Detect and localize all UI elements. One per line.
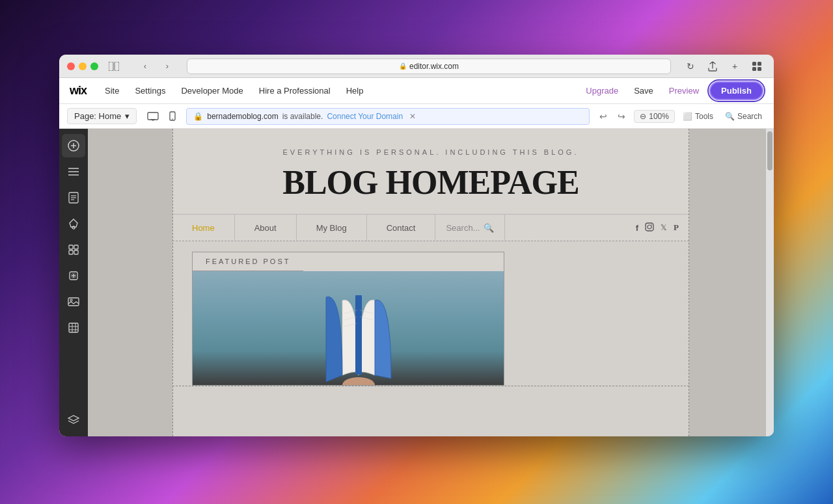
domain-bar-close-button[interactable]: ✕ <box>409 112 416 121</box>
svg-rect-30 <box>69 323 78 332</box>
preview-button[interactable]: Preview <box>664 86 704 96</box>
nav-home[interactable]: Home <box>172 214 235 241</box>
nav-about[interactable]: About <box>235 214 297 241</box>
tabs-button[interactable] <box>748 59 766 73</box>
facebook-icon[interactable]: f <box>636 223 638 233</box>
vertical-scrollbar[interactable] <box>766 129 774 436</box>
nav-search[interactable]: Search... 🔍 <box>435 214 505 241</box>
developer-mode-menu-item[interactable]: Developer Mode <box>173 78 251 104</box>
refresh-button[interactable]: ↻ <box>681 59 700 73</box>
nav-social-icons: f 𝕏 P <box>625 214 689 241</box>
page-selector[interactable]: Page: Home ▾ <box>67 108 137 124</box>
mobile-view-button[interactable] <box>164 108 181 125</box>
page-toolbar: Page: Home ▾ 🔒 bernademoblog.com is <box>59 104 774 129</box>
blog-title: BLOG HOMEPAGE <box>198 164 663 201</box>
address-bar[interactable]: 🔒 editor.wix.com <box>187 59 671 74</box>
domain-icon: 🔒 <box>193 112 203 121</box>
zoom-level: 100% <box>649 112 669 121</box>
share-button[interactable] <box>703 59 722 73</box>
search-placeholder: Search... <box>446 223 480 233</box>
svg-rect-4 <box>752 67 756 71</box>
svg-rect-24 <box>69 250 73 254</box>
featured-post-box: FEATURED POST <box>192 252 504 386</box>
desktop-view-button[interactable] <box>144 108 161 125</box>
table-button[interactable] <box>62 316 85 339</box>
layers-button[interactable] <box>62 408 85 431</box>
chevron-down-icon: ▾ <box>125 111 130 121</box>
settings-menu-item[interactable]: Settings <box>127 78 173 104</box>
connect-domain-button[interactable]: Connect Your Domain <box>327 112 403 121</box>
search-magnifier-icon: 🔍 <box>484 223 494 233</box>
canvas-wrapper: EVERYTHING IS PERSONAL. INCLUDING THIS B… <box>88 129 774 436</box>
media-button[interactable] <box>62 290 85 313</box>
blog-tagline: EVERYTHING IS PERSONAL. INCLUDING THIS B… <box>198 148 663 156</box>
plugins-button[interactable] <box>62 264 85 287</box>
wix-menu: Site Settings Developer Mode Hire a Prof… <box>97 78 580 104</box>
redo-button[interactable]: ↪ <box>613 108 630 125</box>
svg-rect-1 <box>115 62 119 71</box>
new-tab-button[interactable]: + <box>726 59 744 73</box>
publish-button[interactable]: Publish <box>709 81 763 100</box>
blog-header-section: EVERYTHING IS PERSONAL. INCLUDING THIS B… <box>172 129 689 214</box>
add-elements-button[interactable] <box>62 134 85 157</box>
domain-bar: 🔒 bernademoblog.com is available. Connec… <box>186 108 590 125</box>
help-menu-item[interactable]: Help <box>338 78 372 104</box>
close-button[interactable] <box>67 62 75 70</box>
svg-rect-39 <box>355 295 362 375</box>
featured-section: FEATURED POST <box>172 241 689 386</box>
canvas-left-margin <box>88 129 172 436</box>
undo-button[interactable]: ↩ <box>595 108 612 125</box>
nav-my-blog[interactable]: My Blog <box>297 214 367 241</box>
book-illustration <box>307 281 411 385</box>
traffic-lights <box>67 62 98 70</box>
nav-items: Home About My Blog Contact Search... 🔍 <box>172 214 625 241</box>
tools-button[interactable]: ⬜ Tools <box>679 111 717 122</box>
maximize-button[interactable] <box>90 62 98 70</box>
browser-titlebar: ‹ › 🔒 editor.wix.com ↻ + <box>59 55 774 78</box>
canvas-right-margin <box>689 129 774 436</box>
twitter-icon[interactable]: 𝕏 <box>661 223 667 232</box>
editor-main: EVERYTHING IS PERSONAL. INCLUDING THIS B… <box>59 129 774 436</box>
url-text: editor.wix.com <box>409 62 459 71</box>
menus-button[interactable] <box>62 160 85 183</box>
browser-nav: ‹ › <box>136 59 176 73</box>
save-button[interactable]: Save <box>629 86 659 96</box>
tools-label: Tools <box>695 112 713 121</box>
themes-button[interactable] <box>62 212 85 235</box>
canvas-inner: EVERYTHING IS PERSONAL. INCLUDING THIS B… <box>172 129 689 436</box>
svg-point-29 <box>70 299 72 301</box>
nav-contact[interactable]: Contact <box>367 214 436 241</box>
svg-rect-25 <box>74 250 78 254</box>
page-toolbar-right: ↩ ↪ ⊖ 100% ⬜ Tools 🔍 Search <box>595 108 766 125</box>
domain-available-text: is available. <box>282 112 323 121</box>
device-icons <box>144 108 181 125</box>
minimize-button[interactable] <box>79 62 87 70</box>
back-button[interactable]: ‹ <box>136 59 154 73</box>
pinterest-icon[interactable]: P <box>674 222 679 233</box>
instagram-icon[interactable] <box>645 222 654 233</box>
browser-window: ‹ › 🔒 editor.wix.com ↻ + <box>59 55 774 436</box>
search-button[interactable]: 🔍 Search <box>721 111 766 122</box>
svg-rect-0 <box>109 62 113 71</box>
domain-text: bernademoblog.com <box>207 112 278 121</box>
svg-point-37 <box>651 224 652 224</box>
forward-button[interactable]: › <box>158 59 176 73</box>
hire-professional-menu-item[interactable]: Hire a Professional <box>251 78 338 104</box>
zoom-control[interactable]: ⊖ 100% <box>634 110 675 123</box>
svg-rect-2 <box>752 62 756 66</box>
search-label: Search <box>737 112 762 121</box>
browser-toolbar-right: ↻ + <box>681 59 766 73</box>
svg-point-21 <box>72 226 75 229</box>
svg-rect-5 <box>758 67 761 71</box>
window-layout-icon[interactable] <box>103 59 124 73</box>
scrollbar-thumb[interactable] <box>767 131 772 170</box>
apps-button[interactable] <box>62 238 85 261</box>
svg-rect-3 <box>758 62 761 66</box>
wix-logo: wix <box>70 84 87 98</box>
upgrade-button[interactable]: Upgrade <box>580 86 623 96</box>
site-menu-item[interactable]: Site <box>97 78 127 104</box>
pages-button[interactable] <box>62 186 85 209</box>
svg-rect-22 <box>69 245 73 249</box>
wix-toolbar: wix Site Settings Developer Mode Hire a … <box>59 78 774 104</box>
left-sidebar <box>59 129 88 436</box>
